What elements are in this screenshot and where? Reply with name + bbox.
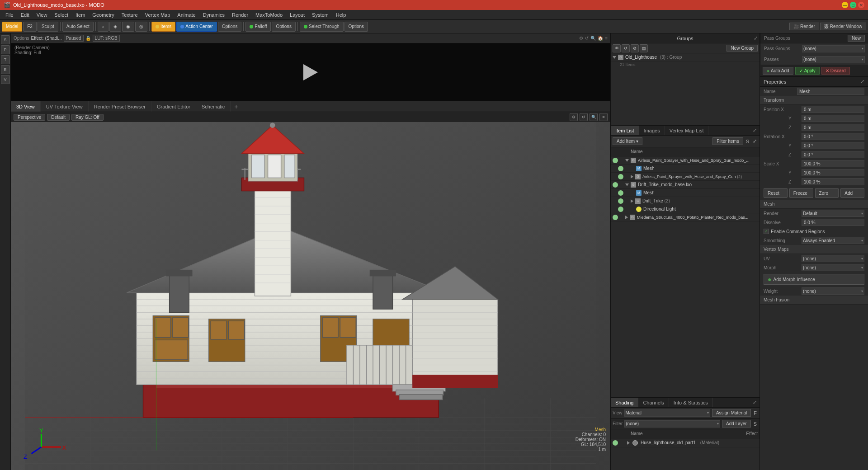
close-button[interactable]: ✕ <box>858 2 864 8</box>
vp-search-icon[interactable]: 🔍 <box>590 113 598 121</box>
new-group-button[interactable]: New Group <box>726 45 758 52</box>
select-through-button[interactable]: Select Through <box>300 22 344 32</box>
groups-icon-4[interactable]: ▤ <box>640 44 648 52</box>
sidebar-icon-5[interactable]: V <box>1 75 10 84</box>
tab-info-statistics[interactable]: Info & Statistics <box>669 398 713 407</box>
groups-icon-2[interactable]: ↺ <box>622 44 630 52</box>
menu-help[interactable]: Help <box>332 11 350 19</box>
preview-icon-2[interactable]: ↺ <box>585 36 589 41</box>
shading-filter-select[interactable]: (none) ▾ <box>624 420 720 428</box>
maximize-button[interactable]: □ <box>850 2 856 8</box>
smoothing-dropdown[interactable]: Always Enabled ▾ <box>802 237 864 244</box>
tab-channels[interactable]: Channels <box>638 398 669 407</box>
filter-items-button[interactable]: Filter Items <box>712 137 743 145</box>
item-row-drift-group[interactable]: G Drift_Trike_modo_base.lxo <box>611 181 760 189</box>
visibility-dot-3[interactable] <box>618 174 623 179</box>
sidebar-icon-2[interactable]: P <box>1 45 10 54</box>
default-button[interactable]: Default <box>47 114 70 121</box>
sidebar-icon-1[interactable]: S <box>1 35 10 44</box>
menu-maxtomodo[interactable]: MaxToModo <box>252 11 286 19</box>
menu-item[interactable]: Item <box>72 11 89 19</box>
viewport-3d[interactable]: Perspective Default Ray GL: Off ⚙ ↺ 🔍 ≡ <box>11 112 610 470</box>
uv-dropdown[interactable]: (none) ▾ <box>802 255 864 262</box>
tab-item-list[interactable]: Item List <box>611 126 639 135</box>
vertex-maps-section[interactable]: Vertex Maps <box>760 245 868 254</box>
menu-dynamics[interactable]: Dynamics <box>199 11 228 19</box>
mesh-section[interactable]: Mesh <box>760 200 868 209</box>
shading-tri-1[interactable] <box>627 441 630 445</box>
rotation-x-input[interactable] <box>802 133 864 140</box>
menu-edit[interactable]: Edit <box>17 11 33 19</box>
tool-3-button[interactable]: ◉ <box>122 22 134 32</box>
menu-system[interactable]: System <box>308 11 332 19</box>
name-input[interactable] <box>797 88 864 95</box>
menu-geometry[interactable]: Geometry <box>89 11 118 19</box>
groups-icon-3[interactable]: ⚙ <box>631 44 639 52</box>
pass-groups-dropdown[interactable]: (none) ▾ <box>802 45 865 52</box>
perspective-button[interactable]: Perspective <box>14 114 45 121</box>
tri-airless[interactable] <box>625 159 629 162</box>
add-item-button[interactable]: Add Item ▾ <box>613 137 642 145</box>
passes-dropdown[interactable]: (none) ▾ <box>802 56 865 63</box>
auto-add-button[interactable]: ● Auto Add <box>763 67 793 75</box>
falloff-button[interactable]: Falloff <box>245 22 271 32</box>
menu-file[interactable]: File <box>2 11 17 19</box>
properties-expand[interactable]: ⤢ <box>860 79 864 85</box>
dissolve-input[interactable] <box>802 219 864 226</box>
shading-view-select[interactable]: Material ▾ <box>624 409 710 417</box>
transform-section[interactable]: Transform <box>760 96 868 105</box>
menu-render[interactable]: Render <box>228 11 252 19</box>
scale-x-input[interactable] <box>802 160 864 167</box>
minimize-button[interactable]: — <box>842 2 848 8</box>
tri-drift[interactable] <box>625 183 629 186</box>
item-row-mesh-2[interactable]: M Mesh <box>611 189 760 197</box>
menu-select[interactable]: Select <box>51 11 72 19</box>
tab-schematic[interactable]: Schematic <box>196 101 231 112</box>
vp-menu-icon[interactable]: ≡ <box>599 113 608 121</box>
item-row-airless-2[interactable]: G Airless_Paint_Sprayer_with_Hose_and_Sp… <box>611 173 760 181</box>
preview-icon-4[interactable]: 🏠 <box>598 36 603 41</box>
filter-s-button[interactable]: S <box>745 139 750 144</box>
zero-button[interactable]: Zero <box>815 188 839 198</box>
options-1-button[interactable]: Options <box>218 22 241 32</box>
assign-material-button[interactable]: Assign Material <box>712 409 751 417</box>
visibility-dot-2[interactable] <box>618 166 623 171</box>
select-through-options-button[interactable]: Options <box>344 22 368 32</box>
scale-y-input[interactable] <box>802 169 864 176</box>
render-window-button[interactable]: 🖼 Render Window <box>820 23 866 30</box>
mode-f2-button[interactable]: F2 <box>23 22 37 32</box>
sidebar-icon-4[interactable]: E <box>1 65 10 74</box>
position-y-input[interactable] <box>802 115 864 122</box>
shading-row-material-1[interactable]: Huse_lighthouse_old_part1 (Material) <box>611 438 760 447</box>
menu-layout[interactable]: Layout <box>286 11 308 19</box>
filter-expand-button[interactable]: ⤢ <box>752 138 758 144</box>
tab-vertex-map-list[interactable]: Vertex Map List <box>665 126 709 135</box>
tab-shading[interactable]: Shading <box>611 398 638 407</box>
group-row-lighthouse[interactable]: G Old_Lighthouse (3) : Group <box>611 53 760 61</box>
add-view-tab-button[interactable]: + <box>231 102 241 112</box>
add-layer-button[interactable]: Add Layer <box>722 420 751 428</box>
render-button[interactable]: 🎥 Render <box>789 23 819 30</box>
menu-texture[interactable]: Texture <box>118 11 142 19</box>
mode-model-button[interactable]: Model <box>2 22 22 32</box>
auto-select-button[interactable]: Auto Select <box>62 22 94 32</box>
vp-settings-icon[interactable]: ⚙ <box>570 113 578 121</box>
add-button[interactable]: Add <box>840 188 864 198</box>
tab-render-preset-browser[interactable]: Render Preset Browser <box>89 101 151 112</box>
new-pass-group-button[interactable]: New <box>848 35 865 42</box>
action-center-button[interactable]: Action Center <box>176 22 217 32</box>
freeze-button[interactable]: Freeze <box>789 188 813 198</box>
mesh-fusion-section[interactable]: Mesh Fusion <box>760 296 868 305</box>
shading-f-btn[interactable]: F <box>753 410 758 416</box>
tool-1-button[interactable]: ⬦ <box>98 22 108 32</box>
weight-dropdown[interactable]: (none) ▾ <box>802 287 864 295</box>
preview-icon-1[interactable]: ⚙ <box>579 36 583 41</box>
visibility-dot-8[interactable] <box>613 215 618 220</box>
groups-icon-1[interactable]: 👁 <box>613 44 621 52</box>
visibility-dot-7[interactable] <box>618 207 623 212</box>
preview-icon-5[interactable]: ≡ <box>605 36 608 41</box>
visibility-dot-5[interactable] <box>618 190 623 196</box>
visibility-dot-1[interactable] <box>613 158 618 163</box>
vp-refresh-icon[interactable]: ↺ <box>580 113 588 121</box>
reset-button[interactable]: Reset <box>764 188 788 198</box>
